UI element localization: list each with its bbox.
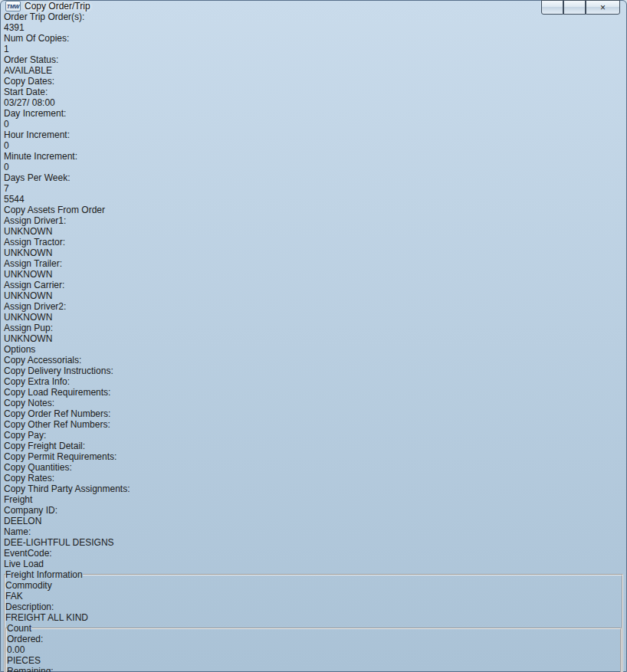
option-label: Copy Permit Requirements: [4,451,117,462]
assign-driver2-combobox[interactable]: UNKNOWN [4,312,623,323]
assign-trailer-cell: Assign Trailer: UNKNOWN [4,258,623,280]
option-label: Copy Other Ref Numbers: [4,419,110,430]
option-copy-pay: Copy Pay: [4,430,623,441]
option-label: Copy Order Ref Numbers: [4,408,110,419]
assign-trailer-combobox[interactable]: UNKNOWN [4,269,623,280]
copy-order-trip-window: TMW Copy Order/Trip × Order Trip Ord [0,0,627,672]
description-field[interactable]: FREIGHT ALL KIND [5,612,622,623]
top-controls-row: Order Trip Order(s): 4391 Num Of Copies:… [4,11,623,76]
assign-driver2-value: UNKNOWN [4,312,52,323]
close-icon: × [600,2,606,13]
window-title: Copy Order/Trip [25,1,90,11]
option-label: Copy Notes: [4,398,54,408]
option-label: Copy Accessorials: [4,355,81,366]
commodity-field[interactable]: FAK [5,591,622,602]
day-increment-label: Day Increment: [4,108,66,119]
count-unit-field[interactable]: PIECES [7,655,620,666]
commodity-row: Commodity FAK Description: FREIGHT ALL K… [5,580,622,623]
assign-carrier-combobox[interactable]: UNKNOWN [4,290,623,301]
freight-information-title: Freight Information [5,569,83,580]
option-label: Copy Extra Info: [4,376,70,387]
company-id-label: Company ID: [4,505,57,516]
copy-dates-body: Start Date: 03/27/ 08:00 [4,87,623,194]
option-label: Copy Pay: [4,430,46,441]
options-section: Options Copy Accessorials: Copy Delivery… [4,344,623,494]
option-copy-permit-requirements: Copy Permit Requirements: [4,451,623,462]
maximize-button[interactable] [563,0,586,15]
tab-order-5544[interactable]: 5544 [4,194,623,205]
option-label: Copy Delivery Instructions: [4,366,113,376]
option-copy-order-ref-numbers: Copy Order Ref Numbers: [4,408,623,419]
num-copies-input[interactable]: 1 [4,44,623,54]
days-per-week-label: Days Per Week: [4,172,70,183]
remaining-label: Remaining: [7,666,54,672]
hour-increment-input[interactable]: 0 [4,140,623,151]
option-label: Copy Rates: [4,473,54,484]
assign-tractor-combobox[interactable]: UNKNOWN [4,247,623,258]
app-icon: TMW [5,1,21,11]
order-radio-label: Order [4,11,28,22]
orders-label: Order(s): [48,11,84,22]
minute-increment-input[interactable]: 0 [4,162,623,172]
name-field[interactable]: DEE-LIGHTFUL DESIGNS [4,537,623,548]
description-label: Description: [5,602,54,612]
assign-trailer-value: UNKNOWN [4,269,52,280]
assign-pup-combobox[interactable]: UNKNOWN [4,333,623,344]
assign-carrier-cell: Assign Carrier: UNKNOWN [4,280,623,301]
option-copy-other-ref-numbers: Copy Other Ref Numbers: [4,419,623,430]
option-label: Copy Third Party Assignments: [4,484,130,494]
orders-input[interactable]: 4391 [4,22,623,33]
option-copy-delivery-instructions: Copy Delivery Instructions: [4,366,623,376]
assign-pup-label: Assign Pup: [4,323,53,333]
company-id-field[interactable]: DEELON [4,516,623,526]
freight-tab-strip: Freight [4,494,623,505]
days-per-week-input[interactable]: 7 [4,183,623,194]
hour-increment-column: Hour Increment: 0 [4,129,623,151]
start-date-input[interactable]: 03/27/ 08:00 [4,97,623,108]
options-header: Options [4,344,623,355]
num-copies-label: Num Of Copies: [4,33,69,44]
minute-increment-label: Minute Increment: [4,151,77,162]
measure-groups: Count Ordered: 0.00 PIECES Remaining: 0.… [5,623,622,672]
assign-driver1-combobox[interactable]: UNKNOWN [4,226,623,237]
assign-tractor-cell: Assign Tractor: UNKNOWN [4,237,623,258]
tab-freight[interactable]: Freight [4,494,623,505]
start-date-prefix: 03/27/ [4,97,29,108]
order-status-combobox[interactable]: AVAILABLE [4,65,623,76]
option-label: Copy Quantities: [4,462,72,473]
day-increment-column: Day Increment: 0 [4,108,623,129]
assignments-grid: Assign Driver1: UNKNOWN Assign Tractor: … [4,215,623,344]
assign-tractor-label: Assign Tractor: [4,237,65,247]
copy-assets-link[interactable]: Copy Assets From Order [4,205,105,215]
event-code-label: EventCode: [4,548,52,559]
start-date-row: Start Date: 03/27/ 08:00 [4,87,623,108]
assign-trailer-label: Assign Trailer: [4,258,62,269]
copy-dates-header-label: Copy Dates: [4,76,54,87]
assign-driver1-value: UNKNOWN [4,226,52,237]
day-increment-input[interactable]: 0 [4,119,623,129]
count-group: Count Ordered: 0.00 PIECES Remaining: 0.… [5,623,622,672]
options-column-3: Copy Permit Requirements: Copy Quantitie… [4,451,623,494]
option-copy-rates: Copy Rates: [4,473,623,484]
event-code-field[interactable]: Live Load [4,559,623,569]
close-button[interactable]: × [586,0,620,15]
minute-increment-column: Minute Increment: 0 [4,151,623,172]
ordered-label: Ordered: [7,634,43,644]
assign-driver2-cell: Assign Driver2: UNKNOWN [4,301,623,323]
start-date-label: Start Date: [4,87,48,97]
window-buttons: × [541,0,620,15]
copy-dates-header: Copy Dates: [4,76,623,87]
assign-driver1-cell: Assign Driver1: UNKNOWN [4,215,623,237]
count-ordered-field[interactable]: 0.00 [7,644,620,655]
minimize-button[interactable] [541,0,563,15]
option-copy-notes: Copy Notes: [4,398,623,408]
count-remaining-row: Remaining: 0.00 [7,666,620,672]
assign-driver2-label: Assign Driver2: [4,301,66,312]
option-copy-quantities: Copy Quantities: [4,462,623,473]
days-per-week-column: Days Per Week: 7 [4,172,623,194]
freight-company-row: Company ID: DEELON Name: DEE-LIGHTFUL DE… [4,505,623,569]
options-column-1: Copy Accessorials: Copy Delivery Instruc… [4,355,623,398]
titlebar: TMW Copy Order/Trip × [4,1,623,11]
copy-dates-section: Copy Dates: Start Date: 03/27/ 08:00 [4,76,623,194]
options-column-2: Copy Notes: Copy Order Ref Numbers: Copy… [4,398,623,451]
